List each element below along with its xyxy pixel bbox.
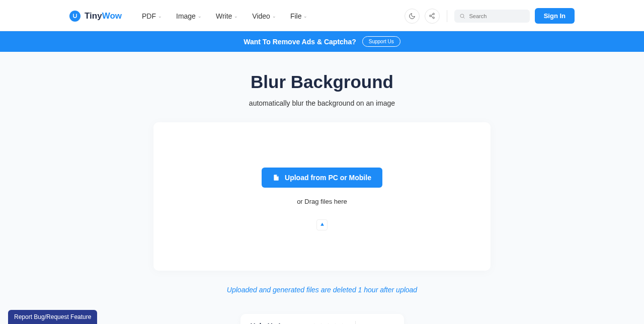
nav-write[interactable]: Write⌄ <box>216 12 238 20</box>
rating-display: 4.9 (4862) <box>366 321 393 324</box>
main-nav: PDF⌄ Image⌄ Write⌄ Video⌄ File⌄ <box>142 12 405 20</box>
disclaimer-text: Uploaded and generated files are deleted… <box>10 286 634 294</box>
upload-card[interactable]: Upload from PC or Mobile or Drag files h… <box>153 122 491 271</box>
banner-text: Want To Remove Ads & Captcha? <box>244 38 356 46</box>
report-bug-button[interactable]: Report Bug/Request Feature <box>8 310 97 324</box>
feedback-title: Help Us Improve <box>251 322 306 324</box>
file-icon <box>273 174 280 181</box>
logo[interactable]: TinyWow <box>69 11 122 22</box>
divider <box>447 10 447 22</box>
nav-pdf[interactable]: PDF⌄ <box>142 12 162 20</box>
feedback-card: Help Us Improve ☆ ☆ ☆ ☆ ☆ 4.9 (4862) <box>240 314 404 324</box>
nav-video[interactable]: Video⌄ <box>252 12 276 20</box>
logo-text: TinyWow <box>85 11 122 21</box>
logo-icon <box>69 11 80 22</box>
chevron-down-icon: ⌄ <box>198 14 202 19</box>
chevron-down-icon: ⌄ <box>234 14 238 19</box>
google-drive-button[interactable] <box>316 219 328 230</box>
svg-point-1 <box>430 15 431 17</box>
share-button[interactable] <box>425 9 440 24</box>
drag-text: or Drag files here <box>174 198 470 205</box>
promo-banner: Want To Remove Ads & Captcha? Support Us <box>0 31 644 52</box>
header: TinyWow PDF⌄ Image⌄ Write⌄ Video⌄ File⌄ … <box>0 1 644 31</box>
page-subtitle: automatically blur the background on an … <box>10 99 634 107</box>
nav-file[interactable]: File⌄ <box>290 12 308 20</box>
chevron-down-icon: ⌄ <box>303 14 307 19</box>
search-icon <box>459 13 465 20</box>
support-us-button[interactable]: Support Us <box>362 36 400 47</box>
chevron-down-icon: ⌄ <box>158 14 162 19</box>
upload-button[interactable]: Upload from PC or Mobile <box>262 168 382 188</box>
nav-image[interactable]: Image⌄ <box>176 12 202 20</box>
main-content: Blur Background automatically blur the b… <box>0 52 644 324</box>
page-title: Blur Background <box>10 72 634 92</box>
search-box[interactable] <box>454 10 530 23</box>
search-input[interactable] <box>469 13 525 19</box>
dark-mode-toggle[interactable] <box>405 9 420 24</box>
google-drive-icon <box>319 222 325 227</box>
svg-point-0 <box>433 13 434 15</box>
signin-button[interactable]: Sign In <box>535 8 575 24</box>
divider <box>355 321 356 324</box>
chevron-down-icon: ⌄ <box>272 14 276 19</box>
svg-point-2 <box>433 17 434 19</box>
svg-point-3 <box>460 14 464 18</box>
